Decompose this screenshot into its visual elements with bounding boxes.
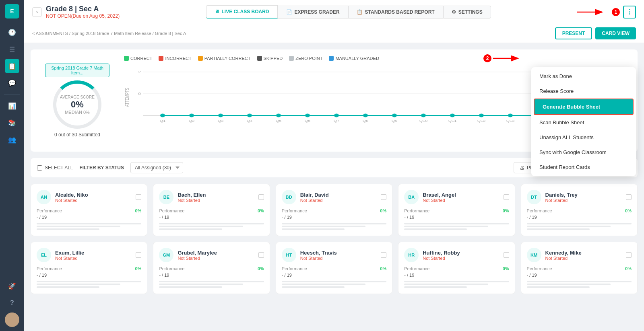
card-view-button[interactable]: CARD VIEW — [595, 27, 636, 39]
performance-label: Performance — [37, 208, 62, 213]
dropdown-item[interactable]: Scan Bubble Sheet — [531, 115, 636, 130]
present-button[interactable]: PRESENT — [555, 27, 592, 39]
svg-text:Q6: Q6 — [305, 119, 310, 123]
svg-text:Q5: Q5 — [276, 119, 281, 123]
express-grader-icon: 📄 — [286, 9, 292, 15]
student-info: Huffine, Robby Not Started — [423, 250, 499, 261]
student-checkbox[interactable] — [258, 194, 264, 200]
student-name: Kennedy, Mike — [545, 250, 622, 256]
progress-line-2 — [159, 226, 243, 227]
sidebar-item-reports[interactable]: 📊 — [5, 99, 19, 113]
progress-line-1 — [404, 281, 509, 282]
sidebar-item-assignments[interactable]: 📋 — [5, 59, 19, 73]
incorrect-label: INCORRECT — [165, 56, 191, 61]
dropdown-item[interactable]: Sync with Google Classroom — [531, 145, 636, 160]
svg-text:Q13: Q13 — [506, 119, 514, 123]
tab-settings-label: SETTINGS — [458, 9, 483, 15]
progress-line-3 — [282, 228, 345, 230]
student-checkbox[interactable] — [381, 194, 386, 200]
manually-graded-label: MANUALLY GRADED — [335, 56, 379, 61]
tab-standards-based-report-label: STANDARDS BASED REPORT — [365, 9, 435, 15]
header-tabs: 🖥 LIVE CLASS BOARD 📄 EXPRESS GRADER 📋 ST… — [124, 5, 573, 19]
performance-label: Performance — [37, 266, 62, 271]
student-avatar: HT — [282, 248, 296, 262]
dropdown-item[interactable]: Student Report Cards — [531, 160, 636, 175]
performance-label: Performance — [404, 208, 429, 213]
performance-pct: 0% — [135, 266, 141, 271]
performance-row: Performance 0% — [159, 266, 264, 271]
student-name: Heesch, Travis — [300, 250, 377, 256]
score-row: - / 19 — [404, 273, 509, 278]
avatar[interactable] — [5, 312, 19, 327]
student-card: HR Huffine, Robby Not Started Performanc… — [398, 242, 515, 294]
student-name: Exum, Lillie — [55, 250, 132, 256]
student-status: Not Started — [178, 198, 254, 203]
select-all-label: SELECT ALL — [45, 165, 73, 171]
score-circle: AVERAGE SCORE 0% MEDIAN 0% — [53, 80, 101, 129]
sidebar-item-library[interactable]: 📚 — [5, 115, 19, 130]
correct-label: CORRECT — [130, 56, 152, 61]
svg-text:Q3: Q3 — [218, 119, 223, 123]
student-card-header: BD Blair, David Not Started — [282, 190, 386, 204]
tab-live-class-board[interactable]: 🖥 LIVE CLASS BOARD — [206, 5, 278, 19]
svg-point-17 — [421, 114, 426, 117]
sidebar-item-recent[interactable]: 🕐 — [5, 25, 19, 39]
student-checkbox[interactable] — [381, 252, 386, 258]
performance-row: Performance 0% — [282, 266, 386, 271]
student-checkbox[interactable] — [626, 194, 632, 200]
three-dot-menu-button[interactable]: ⋮ — [623, 6, 636, 19]
legend-partially-correct: PARTIALLY CORRECT — [198, 56, 251, 61]
arrow-1-svg — [577, 6, 609, 18]
dropdown-item[interactable]: Mark as Done — [531, 69, 636, 84]
sidebar-item-students[interactable]: 👥 — [5, 132, 19, 147]
sidebar-item-menu[interactable]: ☰ — [5, 42, 19, 56]
score-row: - / 19 — [282, 273, 386, 278]
sidebar-item-messages[interactable]: 💬 — [5, 76, 19, 90]
progress-lines — [37, 281, 141, 288]
performance-row: Performance 0% — [37, 266, 141, 271]
student-checkbox[interactable] — [504, 194, 509, 200]
student-name: Bach, Ellen — [178, 192, 254, 198]
student-avatar: BA — [404, 190, 419, 204]
tab-standards-based-report[interactable]: 📋 STANDARDS BASED REPORT — [348, 6, 443, 19]
student-checkbox[interactable] — [258, 252, 264, 258]
select-all-checkbox[interactable]: SELECT ALL — [37, 165, 73, 171]
progress-line-3 — [404, 228, 467, 230]
student-checkbox[interactable] — [136, 252, 141, 258]
sidebar-item-help[interactable]: ? — [5, 296, 19, 310]
sidebar-logo[interactable]: E — [5, 4, 19, 19]
student-status: Not Started — [300, 198, 377, 203]
performance-pct: 0% — [258, 208, 264, 213]
svg-text:Q7: Q7 — [334, 119, 339, 123]
sidebar-divider-1 — [4, 94, 20, 95]
tab-settings[interactable]: ⚙ SETTINGS — [443, 6, 491, 19]
performance-pct: 0% — [625, 266, 632, 271]
performance-row: Performance 0% — [527, 208, 632, 213]
student-info: Brasel, Angel Not Started — [423, 192, 499, 203]
sidebar-item-launch[interactable]: 🚀 — [5, 279, 19, 293]
status-filter-select[interactable]: All Assigned (30) — [130, 162, 183, 173]
number-badge-1: 1 — [612, 8, 620, 16]
svg-point-9 — [189, 114, 194, 117]
student-checkbox[interactable] — [626, 252, 632, 258]
progress-line-2 — [404, 284, 488, 285]
progress-lines — [37, 223, 141, 230]
dropdown-item[interactable]: Generate Bubble Sheet — [534, 99, 634, 115]
student-card-header: HR Huffine, Robby Not Started — [404, 248, 509, 262]
student-checkbox[interactable] — [504, 252, 509, 258]
dropdown-item[interactable]: Unassign ALL Students — [531, 130, 636, 145]
performance-row: Performance 0% — [404, 266, 509, 271]
progress-line-2 — [527, 284, 611, 285]
breadcrumb: < ASSIGNMENTS / Spring 2018 Grade 7 Math… — [32, 31, 186, 36]
tab-express-grader[interactable]: 📄 EXPRESS GRADER — [278, 6, 348, 19]
dropdown-item[interactable]: Release Score — [531, 84, 636, 99]
partially-correct-label: PARTIALLY CORRECT — [204, 56, 251, 61]
settings-icon: ⚙ — [452, 9, 456, 15]
performance-pct: 0% — [380, 208, 386, 213]
collapse-button[interactable]: › — [32, 7, 42, 17]
student-checkbox[interactable] — [136, 194, 141, 200]
select-all-input[interactable] — [37, 165, 42, 171]
dropdown-menu: Mark as DoneRelease ScoreGenerate Bubble… — [531, 67, 636, 176]
arrow-2-svg — [493, 52, 525, 64]
svg-point-8 — [160, 114, 165, 117]
